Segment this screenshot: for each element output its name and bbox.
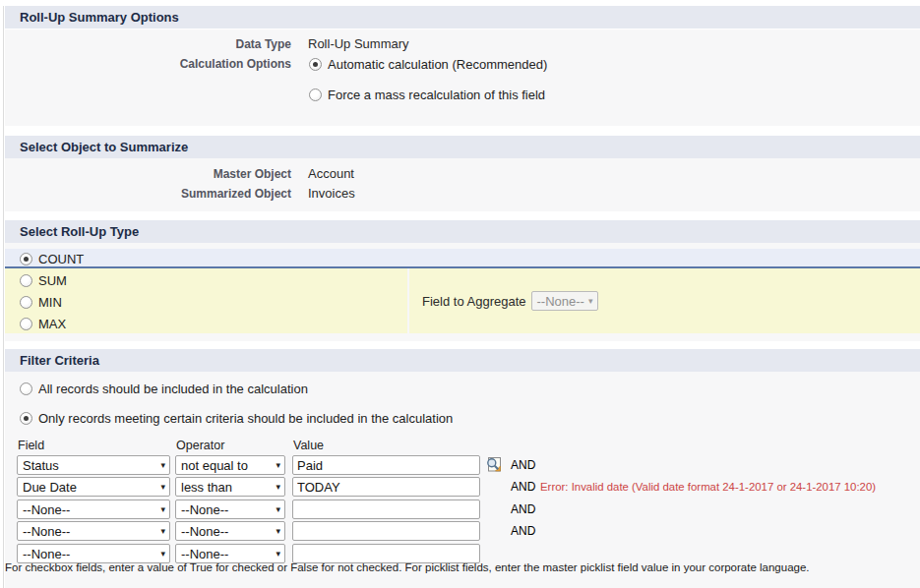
radio-all-records-label: All records should be included in the ca… xyxy=(38,382,308,396)
radio-count-label: COUNT xyxy=(38,252,84,266)
dropdown-arrow-icon xyxy=(588,296,593,306)
dropdown-arrow-icon xyxy=(276,482,280,492)
radio-automatic-calculation[interactable] xyxy=(309,58,322,71)
radio-max[interactable] xyxy=(20,318,32,330)
master-object-label: Master Object xyxy=(5,166,291,182)
field-select-5-value: --None-- xyxy=(23,547,70,561)
operator-select-3-value: --None-- xyxy=(181,502,228,517)
radio-force-recalculation-label: Force a mass recalculation of this field xyxy=(328,88,545,102)
section-header-select-object: Select Object to Summarize xyxy=(5,136,920,158)
radio-count[interactable] xyxy=(20,253,32,265)
section-body-rollup-summary-options: Data Type Roll-Up Summary Calculation Op… xyxy=(5,29,920,126)
value-input-5[interactable] xyxy=(292,544,480,563)
field-select-3-value: --None-- xyxy=(23,502,70,517)
column-header-field: Field xyxy=(18,440,44,452)
filter-mode-all: All records should be included in the ca… xyxy=(20,381,308,396)
lookup-icon[interactable] xyxy=(485,456,502,473)
summarized-object-value: Invoices xyxy=(308,186,355,202)
value-input-1[interactable] xyxy=(292,455,480,475)
and-label: AND xyxy=(511,455,550,475)
rollup-type-max: MAX xyxy=(20,316,66,331)
rollup-type-row-count[interactable]: COUNT xyxy=(5,249,920,268)
field-select-3[interactable]: --None-- xyxy=(17,500,170,519)
section-body-rollup-type: COUNT SUM MIN MAX Field to Aggregate --N… xyxy=(5,243,920,341)
value-input-4[interactable] xyxy=(292,521,480,541)
section-title: Select Object to Summarize xyxy=(20,140,188,154)
data-type-label: Data Type xyxy=(5,36,291,52)
filter-mode-criteria: Only records meeting certain criteria sh… xyxy=(20,410,453,426)
dropdown-arrow-icon xyxy=(160,482,165,492)
rollup-type-options-cell: SUM MIN MAX xyxy=(5,268,407,333)
and-label: AND xyxy=(511,500,550,519)
radio-min-label: MIN xyxy=(38,295,62,310)
radio-criteria-records[interactable] xyxy=(20,412,32,425)
field-to-aggregate-selected-value: --None-- xyxy=(537,294,584,309)
radio-force-recalculation[interactable] xyxy=(309,88,322,101)
operator-select-1[interactable]: not equal to xyxy=(175,455,285,475)
operator-select-3[interactable]: --None-- xyxy=(175,500,285,519)
calculation-option-force: Force a mass recalculation of this field xyxy=(309,87,545,102)
operator-select-1-value: not equal to xyxy=(181,458,248,473)
rollup-type-sum: SUM xyxy=(20,272,67,288)
radio-min[interactable] xyxy=(20,296,32,309)
master-object-value: Account xyxy=(308,166,354,182)
value-input-3[interactable] xyxy=(292,500,480,519)
radio-sum-label: SUM xyxy=(38,273,67,288)
radio-max-label: MAX xyxy=(38,317,66,331)
dropdown-arrow-icon xyxy=(276,504,280,514)
page-left-border xyxy=(3,6,4,588)
section-title: Roll-Up Summary Options xyxy=(20,10,179,25)
field-to-aggregate-cell: Field to Aggregate --None-- xyxy=(409,268,920,333)
field-select-2-value: Due Date xyxy=(23,480,77,495)
rollup-summary-field-wizard: Roll-Up Summary Options Data Type Roll-U… xyxy=(0,0,920,588)
section-title: Filter Criteria xyxy=(20,353,99,368)
field-select-4-value: --None-- xyxy=(23,524,70,539)
radio-automatic-calculation-label: Automatic calculation (Recommended) xyxy=(328,57,547,72)
column-header-value: Value xyxy=(293,440,324,452)
column-header-operator: Operator xyxy=(176,440,224,452)
radio-criteria-records-label: Only records meeting certain criteria sh… xyxy=(38,411,453,426)
dropdown-arrow-icon xyxy=(160,526,165,536)
radio-all-records[interactable] xyxy=(20,382,32,395)
field-select-1[interactable]: Status xyxy=(17,455,170,475)
operator-select-5-value: --None-- xyxy=(181,547,228,561)
dropdown-arrow-icon xyxy=(276,460,280,470)
field-to-aggregate-select: --None-- xyxy=(531,291,598,311)
dropdown-arrow-icon xyxy=(276,526,280,536)
operator-select-2-value: less than xyxy=(181,480,232,495)
field-to-aggregate-label: Field to Aggregate xyxy=(422,294,526,309)
section-body-select-object: Master Object Account Summarized Object … xyxy=(5,158,920,211)
section-header-rollup-type: Select Roll-Up Type xyxy=(5,220,920,243)
operator-select-5[interactable]: --None-- xyxy=(175,544,285,563)
calculation-options-label: Calculation Options xyxy=(5,56,291,72)
rollup-type-count: COUNT xyxy=(20,251,84,266)
section-header-filter-criteria: Filter Criteria xyxy=(5,349,920,372)
operator-select-2[interactable]: less than xyxy=(175,477,285,497)
dropdown-arrow-icon xyxy=(160,504,165,514)
error-message: Error: Invalid date (Valid date format 2… xyxy=(540,481,876,493)
summarized-object-label: Summarized Object xyxy=(5,186,291,202)
section-header-rollup-summary-options: Roll-Up Summary Options xyxy=(5,6,920,29)
section-body-filter-criteria: All records should be included in the ca… xyxy=(5,372,920,588)
rollup-type-min: MIN xyxy=(20,294,62,310)
section-title: Select Roll-Up Type xyxy=(20,224,139,239)
field-select-2[interactable]: Due Date xyxy=(17,477,170,497)
field-select-4[interactable]: --None-- xyxy=(17,521,170,541)
dropdown-arrow-icon xyxy=(276,549,280,559)
radio-sum[interactable] xyxy=(20,274,32,287)
filter-footnote: For checkbox fields, enter a value of Tr… xyxy=(5,561,810,573)
calculation-option-automatic: Automatic calculation (Recommended) xyxy=(309,56,547,72)
and-label: AND xyxy=(511,521,550,541)
operator-select-4-value: --None-- xyxy=(181,524,228,539)
data-type-value: Roll-Up Summary xyxy=(308,36,409,52)
operator-select-4[interactable]: --None-- xyxy=(175,521,285,541)
value-input-2[interactable] xyxy=(292,477,480,497)
field-select-1-value: Status xyxy=(23,458,59,473)
dropdown-arrow-icon xyxy=(160,549,165,559)
field-select-5[interactable]: --None-- xyxy=(17,544,170,563)
dropdown-arrow-icon xyxy=(160,460,165,470)
